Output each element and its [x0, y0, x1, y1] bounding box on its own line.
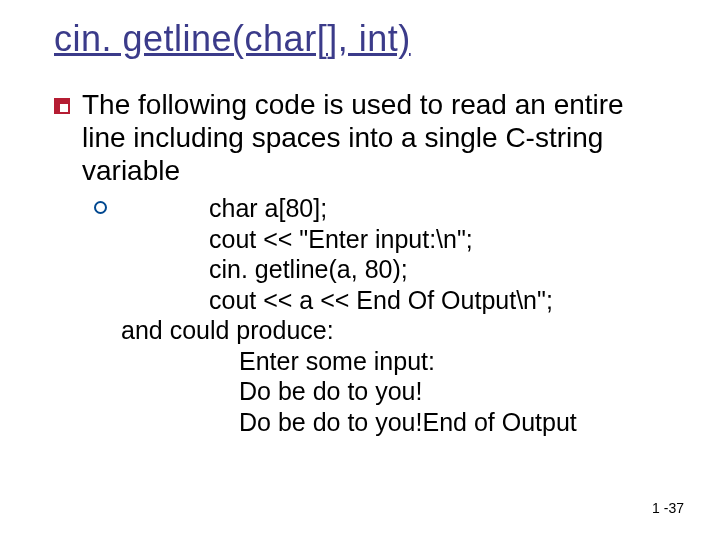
- code-line: and could produce:: [121, 315, 577, 346]
- code-line: cout << a << End Of Output\n";: [121, 285, 577, 316]
- code-line: cin. getline(a, 80);: [121, 254, 577, 285]
- bullet-text: The following code is used to read an en…: [82, 88, 672, 187]
- bullet-item: The following code is used to read an en…: [54, 88, 672, 187]
- code-block: char a[80]; cout << "Enter input:\n"; ci…: [121, 193, 577, 437]
- sub-bullet-item: char a[80]; cout << "Enter input:\n"; ci…: [94, 193, 672, 437]
- code-line: char a[80];: [121, 193, 577, 224]
- page-number: 1 -37: [652, 500, 684, 516]
- slide: cin. getline(char[], int) The following …: [0, 0, 720, 540]
- circle-bullet-icon: [94, 201, 107, 214]
- square-bullet-icon: [54, 98, 70, 114]
- output-line: Do be do to you!End of Output: [121, 407, 577, 438]
- output-line: Enter some input:: [121, 346, 577, 377]
- slide-title: cin. getline(char[], int): [54, 18, 672, 60]
- code-line: cout << "Enter input:\n";: [121, 224, 577, 255]
- output-line: Do be do to you!: [121, 376, 577, 407]
